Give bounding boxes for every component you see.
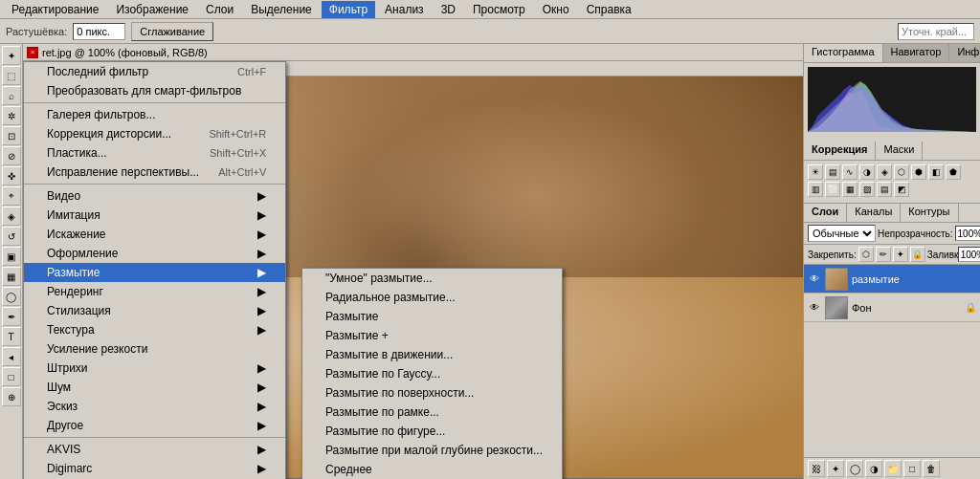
blur-gaussian[interactable]: Размытие по Гауссу... (302, 364, 562, 383)
tab-channels[interactable]: Каналы (847, 204, 901, 222)
tab-correction[interactable]: Коррекция (804, 142, 876, 160)
select-tool[interactable]: ⬚ (2, 66, 21, 85)
filter-distort[interactable]: Искажение ▶ (24, 225, 285, 244)
blur-surface[interactable]: Размытие по поверхности... (302, 383, 562, 403)
layer-item-bg[interactable]: 👁 Фон 🔒 (804, 294, 980, 322)
exposure-btn[interactable]: ◑ (859, 164, 875, 180)
blur-radial[interactable]: Радиальное размытие... (302, 288, 562, 307)
menu-filter[interactable]: Фильтр (322, 1, 375, 18)
tab-histogram[interactable]: Гистограмма (804, 44, 883, 62)
new-layer-btn[interactable]: □ (903, 460, 921, 477)
move-tool[interactable]: ✦ (2, 46, 21, 65)
brightness-contrast-btn[interactable]: ☀ (808, 164, 823, 180)
menu-image[interactable]: Изображение (108, 1, 196, 18)
path-select-tool[interactable]: ◂ (2, 347, 21, 366)
opacity-input[interactable] (955, 226, 980, 241)
zoom-tool[interactable]: ⊕ (2, 387, 21, 406)
layer-item-blur[interactable]: 👁 размытие (804, 265, 980, 294)
filter-blur[interactable]: Размытие ▶ (24, 263, 285, 282)
filter-noise[interactable]: Шум ▶ (24, 378, 285, 397)
filter-design[interactable]: Оформление ▶ (24, 244, 285, 263)
history-brush-tool[interactable]: ↺ (2, 227, 21, 246)
blur-motion[interactable]: Размытие в движении... (302, 345, 562, 364)
posterize-btn[interactable]: ▦ (842, 182, 858, 197)
selective-color-btn[interactable]: ◩ (894, 182, 909, 197)
dodge-tool[interactable]: ◯ (2, 287, 21, 306)
add-mask-btn[interactable]: ◯ (846, 460, 863, 477)
blur-normal[interactable]: Размытие (302, 307, 562, 326)
filter-strokes[interactable]: Штрихи ▶ (24, 359, 285, 378)
tab-info[interactable]: Инфо (949, 44, 980, 62)
blur-lens[interactable]: Размытие при малой глубине резкости... (302, 441, 562, 460)
blur-smart[interactable]: "Умное" размытие... (302, 269, 562, 288)
filter-texture[interactable]: Текстура ▶ (24, 320, 285, 339)
crop-tool[interactable]: ⊡ (2, 126, 21, 145)
new-adjustment-btn[interactable]: ◑ (865, 460, 882, 477)
menu-layers[interactable]: Слои (198, 1, 241, 18)
gradient-map-btn[interactable]: ▤ (877, 182, 892, 197)
filter-render[interactable]: Рендеринг ▶ (24, 282, 285, 301)
menu-analysis[interactable]: Анализ (377, 1, 432, 18)
feather-input[interactable] (73, 23, 125, 40)
vibrance-btn[interactable]: ◈ (877, 164, 892, 180)
menu-3d[interactable]: 3D (434, 1, 463, 18)
bw-btn[interactable]: ◧ (928, 164, 944, 180)
channel-mixer-btn[interactable]: ▥ (808, 182, 823, 197)
filter-stylize[interactable]: Стилизация ▶ (24, 301, 285, 320)
tab-masks[interactable]: Маски (876, 142, 923, 160)
type-tool[interactable]: T (2, 327, 21, 346)
layer-eye-blur[interactable]: 👁 (808, 272, 821, 286)
blur-shape[interactable]: Размытие по фигуре... (302, 422, 562, 441)
pen-tool[interactable]: ✒ (2, 307, 21, 326)
new-group-btn[interactable]: 📁 (884, 460, 902, 477)
blend-mode-select[interactable]: Обычные (808, 225, 876, 242)
photo-filter-btn[interactable]: ⬟ (946, 164, 961, 180)
filter-sketch[interactable]: Эскиз ▶ (24, 397, 285, 416)
color-balance-btn[interactable]: ⬢ (911, 164, 926, 180)
filter-other[interactable]: Другое ▶ (24, 416, 285, 435)
clone-tool[interactable]: ◈ (2, 207, 21, 226)
levels-btn[interactable]: ▤ (825, 164, 840, 180)
filter-last[interactable]: Последний фильтр Ctrl+F (24, 62, 285, 81)
blur-average[interactable]: Среднее (302, 460, 562, 479)
gradient-tool[interactable]: ▦ (2, 267, 21, 286)
filter-video[interactable]: Видео ▶ (24, 186, 285, 206)
add-style-btn[interactable]: ✦ (827, 460, 844, 477)
filter-perspective[interactable]: Исправление перспективы... Alt+Ctrl+V (24, 163, 285, 182)
tab-paths[interactable]: Контуры (901, 204, 958, 222)
filter-sharpen[interactable]: Усиление резкости (24, 339, 285, 359)
lock-move-btn[interactable]: ✦ (893, 247, 908, 262)
tab-layers[interactable]: Слои (804, 204, 847, 222)
shape-tool[interactable]: □ (2, 367, 21, 386)
lock-paint-btn[interactable]: ✏ (876, 247, 891, 262)
brush-tool[interactable]: ⌖ (2, 186, 21, 206)
canvas-close-btn[interactable]: × (27, 47, 38, 58)
lasso-tool[interactable]: ⌕ (2, 86, 21, 105)
refine-edge-input[interactable] (898, 23, 974, 40)
menu-window[interactable]: Окно (535, 1, 577, 18)
tab-navigator[interactable]: Навигатор (883, 44, 950, 62)
filter-smart[interactable]: Преобразовать для смарт-фильтров (24, 81, 285, 100)
menu-selection[interactable]: Выделение (243, 1, 320, 18)
filter-imitation[interactable]: Имитация ▶ (24, 206, 285, 225)
menu-edit[interactable]: Редактирование (4, 1, 106, 18)
filter-digimarc[interactable]: Digimarc ▶ (24, 459, 285, 478)
magic-wand-tool[interactable]: ✲ (2, 106, 21, 125)
eraser-tool[interactable]: ▣ (2, 247, 21, 266)
anti-alias-btn[interactable]: Сглаживание (131, 22, 213, 41)
heal-tool[interactable]: ✜ (2, 166, 21, 185)
menu-view[interactable]: Просмотр (465, 1, 533, 18)
filter-distortion[interactable]: Коррекция дисторсии... Shift+Ctrl+R (24, 124, 285, 143)
threshold-btn[interactable]: ▨ (859, 182, 875, 197)
delete-layer-btn[interactable]: 🗑 (923, 460, 940, 477)
filter-akvis[interactable]: AKVIS ▶ (24, 440, 285, 459)
blur-plus[interactable]: Размытие + (302, 326, 562, 345)
eyedropper-tool[interactable]: ⊘ (2, 146, 21, 165)
filter-gallery[interactable]: Галерея фильтров... (24, 105, 285, 124)
invert-btn[interactable]: ⬜ (825, 182, 840, 197)
filter-liquify[interactable]: Пластика... Shift+Ctrl+X (24, 143, 285, 163)
hsl-btn[interactable]: ⬡ (894, 164, 909, 180)
menu-help[interactable]: Справка (579, 1, 639, 18)
link-layers-btn[interactable]: ⛓ (808, 460, 825, 477)
lock-transparent-btn[interactable]: ⬡ (858, 247, 874, 262)
